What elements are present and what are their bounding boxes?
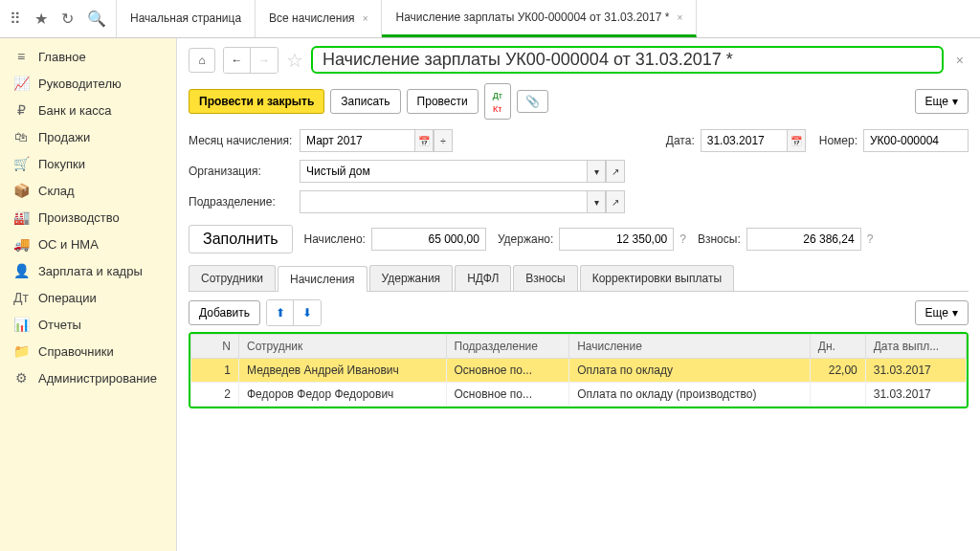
move-up-button[interactable]: ⬆ xyxy=(267,300,294,325)
post-and-close-button[interactable]: Провести и закрыть xyxy=(189,89,324,114)
attach-button[interactable]: 📎 xyxy=(517,90,548,113)
dtkt-button[interactable]: ДтКт xyxy=(484,83,511,120)
table-more-button[interactable]: Еще ▾ xyxy=(915,300,969,325)
sidebar-item[interactable]: 🏭Производство xyxy=(0,204,176,231)
top-tab[interactable]: Начисление зарплаты УК00-000004 от 31.03… xyxy=(382,0,697,37)
top-tab[interactable]: Начальная страница xyxy=(117,0,256,37)
column-header[interactable]: Дата выпл... xyxy=(865,335,966,359)
more-button[interactable]: Еще ▾ xyxy=(915,89,969,114)
sidebar-item[interactable]: 🛍Продажи xyxy=(0,123,176,150)
number-label: Номер: xyxy=(819,134,858,147)
sidebar-item[interactable]: 📁Справочники xyxy=(0,338,176,364)
column-header[interactable]: Начисление xyxy=(569,335,811,359)
home-button[interactable]: ⌂ xyxy=(189,48,215,73)
table-cell[interactable]: Федоров Федор Федорович xyxy=(239,383,447,407)
accrued-field[interactable] xyxy=(371,228,486,251)
dept-open-button[interactable]: ↗ xyxy=(606,190,625,213)
org-dropdown-button[interactable]: ▾ xyxy=(587,160,606,183)
month-field[interactable] xyxy=(300,129,414,152)
table-cell[interactable]: 31.03.2017 xyxy=(865,359,966,383)
sidebar-item[interactable]: ⚙Администрирование xyxy=(0,364,176,391)
sidebar-icon: 🏭 xyxy=(13,209,29,225)
doc-tab[interactable]: НДФЛ xyxy=(455,265,511,291)
sidebar-icon: ⚙ xyxy=(13,370,29,386)
column-header[interactable]: N xyxy=(191,335,239,359)
org-open-button[interactable]: ↗ xyxy=(606,160,625,183)
table-cell[interactable]: Оплата по окладу (производство) xyxy=(569,383,811,407)
table-row[interactable]: 1Медведев Андрей ИвановичОсновное по...О… xyxy=(191,359,967,383)
date-field[interactable] xyxy=(701,129,787,152)
add-row-button[interactable]: Добавить xyxy=(189,300,260,325)
forward-button[interactable]: → xyxy=(251,48,278,73)
doc-tab[interactable]: Взносы xyxy=(513,265,577,291)
column-header[interactable]: Подразделение xyxy=(446,335,569,359)
close-icon[interactable]: × xyxy=(677,12,682,23)
dept-dropdown-button[interactable]: ▾ xyxy=(587,190,606,213)
search-icon[interactable]: 🔍 xyxy=(87,10,106,28)
month-label: Месяц начисления: xyxy=(189,134,294,147)
column-header[interactable]: Дн. xyxy=(810,335,865,359)
org-field[interactable] xyxy=(300,160,587,183)
table-cell[interactable]: Основное по... xyxy=(446,383,569,407)
sidebar-icon: ≡ xyxy=(13,49,29,64)
withheld-field[interactable] xyxy=(559,228,674,251)
sidebar-icon: 📊 xyxy=(13,317,29,332)
apps-icon[interactable]: ⠿ xyxy=(10,10,21,28)
table-cell[interactable] xyxy=(810,383,865,407)
doc-title: Начисление зарплаты УК00-000004 от 31.03… xyxy=(311,46,944,74)
table-row[interactable]: 2Федоров Федор ФедоровичОсновное по...Оп… xyxy=(191,383,967,407)
sidebar-icon: 🚚 xyxy=(13,236,29,252)
table-cell[interactable]: Оплата по окладу xyxy=(569,359,811,383)
month-step-button[interactable]: ÷ xyxy=(434,129,453,152)
move-down-button[interactable]: ⬇ xyxy=(294,300,321,325)
history-icon[interactable]: ↻ xyxy=(61,10,74,28)
doc-tab[interactable]: Корректировки выплаты xyxy=(580,265,734,291)
sidebar-item[interactable]: 📈Руководителю xyxy=(0,70,176,97)
favorite-icon[interactable]: ☆ xyxy=(286,49,303,72)
doc-tab[interactable]: Начисления xyxy=(278,266,368,292)
close-icon[interactable]: × xyxy=(363,13,368,24)
sidebar-item[interactable]: 📊Отчеты xyxy=(0,311,176,338)
contrib-label: Взносы: xyxy=(698,232,741,246)
sidebar-item[interactable]: 👤Зарплата и кадры xyxy=(0,257,176,284)
number-field[interactable] xyxy=(863,129,969,152)
table-cell[interactable]: 31.03.2017 xyxy=(865,383,966,407)
sidebar-item[interactable]: ₽Банк и касса xyxy=(0,97,176,123)
help-icon[interactable]: ? xyxy=(867,232,874,246)
withheld-label: Удержано: xyxy=(498,232,553,246)
fill-button[interactable]: Заполнить xyxy=(189,225,293,253)
back-button[interactable]: ← xyxy=(224,48,251,73)
close-doc-icon[interactable]: × xyxy=(951,53,969,68)
accrued-label: Начислено: xyxy=(304,232,366,246)
sidebar-item-label: Администрирование xyxy=(38,371,157,386)
doc-tab[interactable]: Удержания xyxy=(369,265,454,291)
date-picker-button[interactable]: 📅 xyxy=(787,129,806,152)
dept-field[interactable] xyxy=(300,190,587,213)
sidebar-icon: ₽ xyxy=(13,102,29,118)
top-tab[interactable]: Все начисления× xyxy=(256,0,382,37)
column-header[interactable]: Сотрудник xyxy=(239,335,447,359)
sidebar-item-label: Склад xyxy=(38,184,75,198)
sidebar-item-label: Руководителю xyxy=(38,77,122,91)
sidebar-item[interactable]: 🛒Покупки xyxy=(0,150,176,177)
dept-label: Подразделение: xyxy=(189,195,294,209)
sidebar-icon: 🛒 xyxy=(13,156,29,171)
star-icon[interactable]: ★ xyxy=(34,10,48,28)
help-icon[interactable]: ? xyxy=(679,232,686,246)
sidebar-item[interactable]: 🚚ОС и НМА xyxy=(0,231,176,257)
sidebar-item[interactable]: ДтОперации xyxy=(0,284,176,311)
table-cell[interactable]: 22,00 xyxy=(810,359,865,383)
sidebar-item[interactable]: 📦Склад xyxy=(0,177,176,204)
contrib-field[interactable] xyxy=(746,228,861,251)
doc-tab[interactable]: Сотрудники xyxy=(189,265,276,291)
table-cell[interactable]: 1 xyxy=(191,359,239,383)
post-button[interactable]: Провести xyxy=(407,89,479,114)
sidebar-icon: 📦 xyxy=(13,183,29,198)
save-button[interactable]: Записать xyxy=(330,89,400,114)
month-picker-button[interactable]: 📅 xyxy=(414,129,434,152)
sidebar-item-label: Производство xyxy=(38,210,120,225)
table-cell[interactable]: Медведев Андрей Иванович xyxy=(239,359,447,383)
table-cell[interactable]: 2 xyxy=(191,383,239,407)
sidebar-item[interactable]: ≡Главное xyxy=(0,43,176,70)
table-cell[interactable]: Основное по... xyxy=(446,359,569,383)
